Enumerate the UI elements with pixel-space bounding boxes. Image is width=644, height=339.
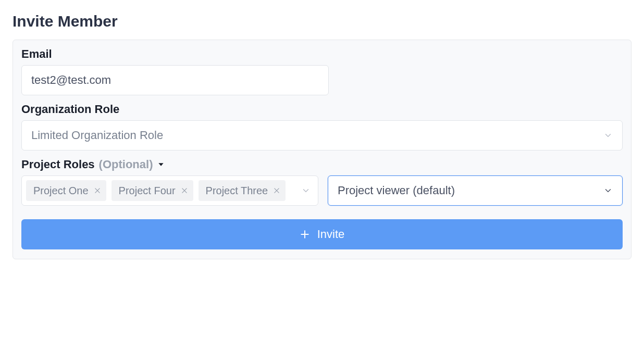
email-field[interactable] <box>21 65 329 95</box>
close-icon[interactable] <box>273 187 280 194</box>
org-role-label: Organization Role <box>21 103 623 116</box>
project-chip: Project One <box>26 180 106 201</box>
project-roles-group: Project Roles (Optional) Project One Pro… <box>21 158 623 206</box>
project-roles-optional: (Optional) <box>99 158 153 171</box>
invite-button-label: Invite <box>317 228 345 241</box>
email-group: Email <box>21 47 623 95</box>
close-icon[interactable] <box>94 187 101 194</box>
org-role-selected: Limited Organization Role <box>31 129 163 142</box>
project-roles-label: Project Roles <box>21 158 95 171</box>
chevron-down-icon <box>603 131 613 140</box>
chevron-down-icon <box>301 186 311 195</box>
project-roles-label-row: Project Roles (Optional) <box>21 158 623 171</box>
project-chip: Project Four <box>112 180 193 201</box>
chevron-down-icon <box>603 186 613 195</box>
email-label: Email <box>21 47 623 61</box>
project-chip: Project Three <box>199 180 286 201</box>
chip-label: Project One <box>33 185 89 197</box>
chip-label: Project Four <box>119 185 176 197</box>
close-icon[interactable] <box>181 187 188 194</box>
org-role-select[interactable]: Limited Organization Role <box>21 120 623 150</box>
project-role-selected: Project viewer (default) <box>338 184 455 197</box>
page-title: Invite Member <box>13 12 631 30</box>
project-role-select[interactable]: Project viewer (default) <box>328 175 623 206</box>
invite-button[interactable]: Invite <box>21 219 623 249</box>
invite-card: Email Organization Role Limited Organiza… <box>13 40 631 259</box>
org-role-group: Organization Role Limited Organization R… <box>21 103 623 150</box>
chip-label: Project Three <box>206 185 268 197</box>
projects-multiselect[interactable]: Project One Project Four Project Three <box>21 175 318 206</box>
plus-icon <box>300 229 310 240</box>
caret-down-icon[interactable] <box>157 160 165 169</box>
